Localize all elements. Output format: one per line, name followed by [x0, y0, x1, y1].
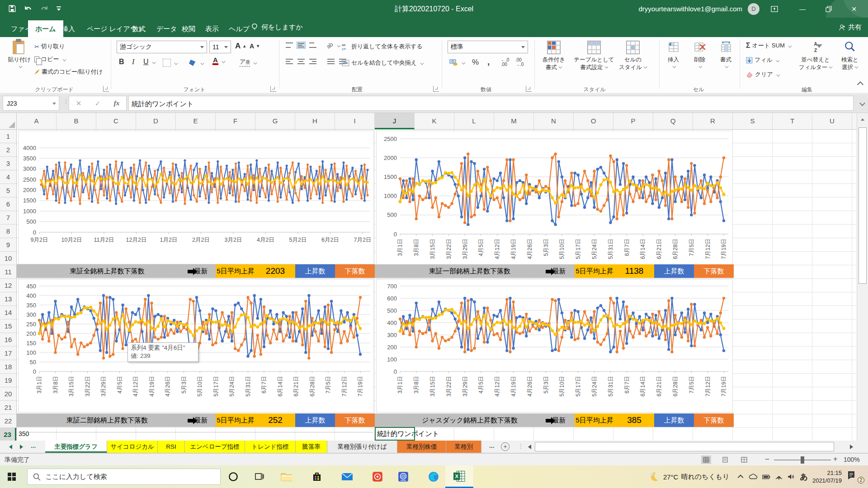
scroll-up-icon[interactable]	[859, 117, 866, 123]
notification-icon[interactable]: 2	[846, 470, 864, 483]
insert-cells-button[interactable]: 挿入	[661, 39, 686, 85]
weather-temp[interactable]: 27°C	[663, 473, 679, 481]
new-sheet-button[interactable]: +	[501, 442, 509, 451]
row-header-8[interactable]: 8	[0, 225, 16, 238]
row-header-17[interactable]: 17	[0, 347, 16, 360]
file-explorer-icon[interactable]	[279, 469, 294, 484]
row-header-13[interactable]: 13	[0, 292, 16, 306]
cell-a23[interactable]: 350	[19, 427, 29, 441]
row-header-19[interactable]: 19	[0, 374, 16, 387]
battery-icon[interactable]	[762, 474, 770, 480]
column-header-A[interactable]: A	[17, 113, 57, 129]
column-header-T[interactable]: T	[773, 113, 812, 129]
cortana-icon[interactable]	[226, 469, 241, 484]
cancel-formula-icon[interactable]: ✕	[76, 99, 82, 108]
decrease-font-icon[interactable]: A▼	[250, 42, 260, 50]
sheet-tab-1[interactable]: サイコロジカル	[107, 441, 158, 453]
column-header-N[interactable]: N	[534, 113, 574, 129]
sheet-tab-8[interactable]: 業種別	[446, 441, 481, 453]
autosum-button[interactable]: Σオート SUM	[746, 42, 792, 50]
row-header-6[interactable]: 6	[0, 197, 16, 211]
zoom-slider-thumb[interactable]	[801, 456, 804, 464]
horizontal-scroll-thumb[interactable]	[535, 442, 834, 451]
column-header-P[interactable]: P	[613, 113, 653, 129]
row-header-18[interactable]: 18	[0, 360, 16, 374]
ribbon-tab-4[interactable]: 数式	[125, 20, 153, 37]
column-header-R[interactable]: R	[693, 113, 733, 129]
network-icon[interactable]	[775, 474, 783, 480]
normal-view-icon[interactable]	[701, 455, 711, 464]
page-layout-view-icon[interactable]	[720, 455, 730, 464]
mail-icon[interactable]	[340, 469, 354, 484]
column-header-D[interactable]: D	[136, 113, 176, 129]
restore-button[interactable]	[818, 0, 839, 18]
align-right-icon[interactable]	[308, 58, 317, 65]
decrease-decimal-button[interactable]: .00→.0	[515, 58, 524, 67]
sheet-tab-6[interactable]: 業種別張り付けば	[327, 441, 397, 453]
ribbon-tab-2[interactable]: 挿入	[54, 20, 82, 37]
red-app-icon[interactable]	[370, 469, 385, 484]
column-header-Q[interactable]: Q	[653, 113, 693, 129]
column-header-F[interactable]: F	[216, 113, 255, 129]
sheet-tab-3[interactable]: エンベロープ指標	[185, 441, 245, 453]
format-painter-button[interactable]: 書式のコピー/貼り付け	[34, 68, 103, 76]
row-header-1[interactable]: 1	[0, 130, 16, 143]
chart-tse-all[interactable]: 050010001500200025003000350040009月2日10月2…	[18, 131, 374, 264]
sheet-tab-5[interactable]: 騰落率	[296, 441, 327, 453]
row-header-12[interactable]: 12	[0, 279, 16, 292]
column-header-M[interactable]: M	[494, 113, 534, 129]
zoom-out-icon[interactable]: −	[765, 455, 769, 464]
zoom-level[interactable]: 100%	[844, 456, 860, 463]
column-header-U[interactable]: U	[812, 113, 852, 129]
vertical-scroll-thumb[interactable]	[859, 127, 867, 284]
menu-app-icon[interactable]: @menu	[396, 469, 410, 484]
format-cells-button[interactable]: 書式	[713, 39, 738, 85]
selected-cell-outline[interactable]	[375, 427, 415, 441]
store-icon[interactable]	[310, 469, 324, 484]
start-button[interactable]	[5, 469, 19, 484]
column-header-S[interactable]: S	[733, 113, 773, 129]
sheet-ellipsis-right[interactable]: ...	[489, 441, 494, 451]
phonetic-button[interactable]: ア亜	[240, 58, 257, 67]
font-name-combo[interactable]: 游ゴシック	[117, 41, 207, 53]
select-all-corner[interactable]	[0, 113, 17, 129]
align-center-icon[interactable]	[297, 58, 306, 65]
page-break-view-icon[interactable]	[739, 455, 749, 464]
delete-cells-button[interactable]: 削除	[687, 39, 712, 85]
ribbon-display-options-icon[interactable]	[764, 0, 785, 18]
row-header-20[interactable]: 20	[0, 387, 16, 401]
paste-button[interactable]: 貼り付け	[4, 39, 35, 85]
column-header-H[interactable]: H	[295, 113, 335, 129]
row-header-15[interactable]: 15	[0, 319, 16, 333]
insert-function-icon[interactable]: fx	[114, 99, 120, 107]
row-header-21[interactable]: 21	[0, 401, 16, 414]
clear-button[interactable]: クリア	[746, 70, 780, 79]
hidden-icons-chevron[interactable]	[737, 474, 744, 480]
comma-button[interactable]: ,	[487, 57, 490, 67]
sheet-ellipsis-left[interactable]: ...	[31, 441, 36, 451]
underline-button[interactable]: U	[143, 58, 156, 66]
column-header-G[interactable]: G	[255, 113, 295, 129]
ime-indicator[interactable]: あ	[800, 472, 808, 482]
copy-button[interactable]: コピー	[34, 55, 66, 63]
conditional-formatting-button[interactable]: 条件付き書式	[536, 39, 571, 85]
fill-button[interactable]: フィル	[746, 56, 779, 64]
font-dialog-launcher[interactable]	[270, 86, 276, 92]
avatar[interactable]: D	[748, 3, 760, 15]
share-button[interactable]: 共有	[839, 18, 862, 37]
name-box[interactable]: J23	[3, 96, 59, 111]
alignment-dialog-launcher[interactable]	[433, 86, 439, 92]
chart-tse-first[interactable]: 050010001500200025003月1日3月8日3月15日3月22日3月…	[376, 131, 733, 266]
row-header-10[interactable]: 10	[0, 252, 16, 265]
align-left-icon[interactable]	[285, 58, 294, 65]
row-header-11[interactable]: 11	[0, 265, 16, 279]
column-header-J[interactable]: J	[375, 113, 415, 129]
row-header-7[interactable]: 7	[0, 211, 16, 225]
formula-input[interactable]: 統計的ワンポイント	[128, 96, 854, 111]
row-header-2[interactable]: 2	[0, 143, 16, 157]
increase-decimal-button[interactable]: ←.0.00	[501, 58, 509, 67]
zoom-in-icon[interactable]: +	[833, 455, 837, 463]
hscroll-right-icon[interactable]	[850, 445, 853, 449]
chart-jasdaq[interactable]: 01002003004005006007003月1日3月8日3月15日3月22日…	[376, 279, 733, 413]
number-format-combo[interactable]: 標準	[448, 41, 528, 53]
